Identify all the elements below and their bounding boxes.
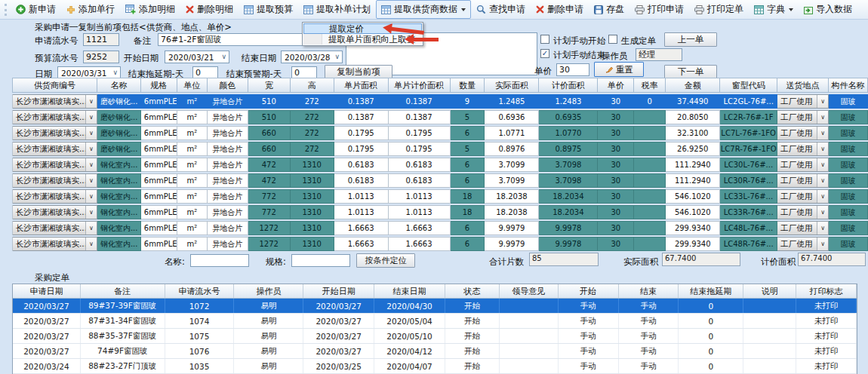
cell-delivery-dropdown[interactable]: 工厂使用∨ bbox=[777, 189, 829, 204]
cell-delivery-dropdown[interactable]: 工厂使用∨ bbox=[777, 173, 829, 188]
toolbar-button-find-request[interactable]: 查找申请 bbox=[471, 0, 531, 19]
order-column-header-end-date[interactable]: 结束日期 bbox=[374, 284, 445, 298]
filter-spec-input[interactable] bbox=[291, 254, 350, 267]
chevron-down-icon[interactable]: ∨ bbox=[817, 127, 828, 139]
cell-delivery-dropdown[interactable]: 工厂使用∨ bbox=[777, 126, 829, 140]
cell-supplier-dropdown[interactable]: 长沙市潇湘玻璃实...∨ bbox=[13, 205, 97, 219]
chevron-down-icon[interactable]: ∨ bbox=[85, 238, 97, 250]
chevron-down-icon[interactable]: ∨ bbox=[817, 111, 828, 124]
request-no-field[interactable] bbox=[83, 33, 119, 46]
detail-table-row[interactable]: 长沙市潇湘玻璃实...∨钢化室内...6mmPLE...m²异地合片772131… bbox=[12, 189, 868, 204]
chevron-down-icon[interactable]: ∨ bbox=[85, 190, 97, 203]
unit-price-field[interactable] bbox=[556, 63, 589, 76]
order-table-row[interactable]: 2020/03/2488#23-27F门顶玻1035易明2020/03/2520… bbox=[13, 359, 857, 374]
column-header-color[interactable]: 颜色 bbox=[208, 78, 248, 93]
order-column-header-status[interactable]: 状态 bbox=[445, 284, 500, 298]
order-column-header-note[interactable]: 说明 bbox=[743, 284, 796, 298]
cell-supplier-dropdown[interactable]: 长沙市潇湘玻璃实...∨ bbox=[13, 237, 97, 251]
column-header-actual-area[interactable]: 实际面积 bbox=[485, 78, 539, 93]
cell-supplier-dropdown[interactable]: 长沙市潇湘玻璃实...∨ bbox=[13, 126, 97, 140]
order-column-header-request-no[interactable]: 申请流水号 bbox=[165, 284, 235, 298]
detail-table-row[interactable]: 长沙市潇湘玻璃实...∨磨砂钢化...6mmPLE...m²异地合片660272… bbox=[12, 126, 868, 140]
toolbar-button-extract-supplier-data[interactable]: 提取供货商数据 bbox=[376, 0, 471, 19]
chevron-down-icon[interactable]: ∨ bbox=[85, 143, 97, 155]
order-column-header-operator[interactable]: 操作员 bbox=[234, 284, 303, 298]
detail-table-row[interactable]: 长沙市潇湘玻璃实...∨磨砂钢化...6mmPLE...m²异地合片510272… bbox=[12, 94, 868, 109]
column-header-tax-rate[interactable]: 税率 bbox=[634, 78, 666, 93]
chevron-down-icon[interactable]: ∨ bbox=[817, 222, 828, 235]
toolbar-button-delete-detail[interactable]: 删除明细 bbox=[180, 0, 239, 19]
column-header-piece-price-area[interactable]: 单片计价面积 bbox=[389, 78, 451, 93]
cell-supplier-dropdown[interactable]: 长沙市潇湘玻璃实...∨ bbox=[13, 173, 97, 188]
cell-delivery-dropdown[interactable]: 工厂使用∨ bbox=[777, 221, 829, 235]
chevron-down-icon[interactable]: ∨ bbox=[817, 143, 828, 155]
detail-table-row[interactable]: 长沙市潇湘玻璃实...∨钢化室内...6mmPLE...m²异地合片772131… bbox=[12, 205, 868, 219]
column-header-unit[interactable]: 单位 bbox=[177, 78, 208, 93]
order-table-row[interactable]: 2020/03/2787#31-34F窗固玻1074易明2020/03/2720… bbox=[13, 314, 857, 329]
locate-by-condition-button[interactable]: 按条件定位 bbox=[356, 253, 415, 268]
order-column-header-end[interactable]: 结束 bbox=[619, 284, 679, 298]
chevron-down-icon[interactable]: ∨ bbox=[85, 158, 97, 171]
column-header-price-area[interactable]: 计价面积 bbox=[539, 78, 598, 93]
column-header-name[interactable]: 名称 bbox=[97, 78, 141, 93]
chevron-down-icon[interactable]: ∨ bbox=[85, 222, 97, 235]
order-column-header-remark[interactable]: 备注 bbox=[81, 284, 165, 298]
order-table-row[interactable]: 2020/03/2789#37-39F窗固玻1072易明2020/03/2720… bbox=[13, 299, 857, 314]
column-header-supplier[interactable]: 供货商编号 bbox=[13, 78, 97, 93]
cell-supplier-dropdown[interactable]: 长沙市潇湘玻璃实...∨ bbox=[13, 142, 97, 156]
budget-no-field[interactable] bbox=[83, 51, 119, 63]
column-header-unit-price[interactable]: 单价 bbox=[598, 78, 634, 93]
order-column-header-start-date[interactable]: 开始日期 bbox=[303, 284, 374, 298]
cell-supplier-dropdown[interactable]: 长沙市潇湘玻璃实...∨ bbox=[13, 189, 97, 204]
order-table-row[interactable]: 2020/03/2788#35-37F窗固玻1075易明2020/03/2720… bbox=[13, 329, 857, 344]
chevron-down-icon[interactable]: ∨ bbox=[817, 95, 828, 108]
column-header-delivery[interactable]: 送货地点 bbox=[777, 78, 829, 93]
column-header-width[interactable]: 宽 bbox=[248, 78, 291, 93]
order-table-row[interactable]: 2020/03/2774#9F窗固玻1076易明2020/03/272020/0… bbox=[13, 344, 857, 359]
cell-delivery-dropdown[interactable]: 工厂使用∨ bbox=[777, 205, 829, 219]
chevron-down-icon[interactable]: ∨ bbox=[85, 206, 97, 219]
order-column-header-start[interactable]: 开始 bbox=[559, 284, 619, 298]
chevron-down-icon[interactable]: ∨ bbox=[817, 174, 828, 187]
end-date-combo[interactable]: 2020/03/28 ∨ bbox=[281, 51, 343, 63]
cell-delivery-dropdown[interactable]: 工厂使用∨ bbox=[777, 110, 829, 124]
toolbar-button-add-detail[interactable]: 添加明细 bbox=[120, 0, 180, 19]
toolbar-button-dictionary[interactable]: 字典 bbox=[749, 0, 799, 19]
chevron-down-icon[interactable]: ∨ bbox=[85, 174, 97, 187]
cell-delivery-dropdown[interactable]: 工厂使用∨ bbox=[777, 142, 829, 156]
detail-table-row[interactable]: 长沙市潇湘玻璃实...∨钢化室内...6mmPLE...m²异地合片472131… bbox=[12, 158, 868, 172]
toolbar-button-new-request[interactable]: 新申请 bbox=[11, 0, 61, 19]
column-header-component[interactable]: 构件名称 bbox=[829, 78, 868, 93]
plan-manual-start-checkbox[interactable]: ✓ bbox=[540, 35, 549, 44]
detail-table-row[interactable]: 长沙市潇湘玻璃实...∨钢化室内...6mmPLE...m²异地合片127213… bbox=[12, 237, 868, 251]
toolbar-button-extract-supplement-plan[interactable]: 提取补单计划 bbox=[298, 0, 376, 19]
detail-table-row[interactable]: 长沙市潇湘玻璃实...∨钢化室内...6mmPLE...m²异地合片472131… bbox=[12, 173, 868, 188]
column-header-qty[interactable]: 数量 bbox=[451, 78, 485, 93]
remark-field[interactable] bbox=[158, 33, 324, 46]
order-column-header-leader-opinion[interactable]: 领导意见 bbox=[500, 284, 559, 298]
cell-supplier-dropdown[interactable]: 长沙市潇湘玻璃实...∨ bbox=[13, 158, 97, 172]
detail-table-row[interactable]: 长沙市潇湘玻璃实...∨钢化室内...6mmPLE...m²异地合片127213… bbox=[12, 221, 868, 235]
column-header-amount[interactable]: 金额 bbox=[666, 78, 720, 93]
chevron-down-icon[interactable]: ∨ bbox=[85, 111, 97, 124]
detail-table-row[interactable]: 长沙市潇湘玻璃实...∨磨砂钢化...6mmPLE...m²异地合片510272… bbox=[12, 110, 868, 124]
toolbar-button-extract-budget[interactable]: 提取预算 bbox=[239, 0, 298, 19]
cell-supplier-dropdown[interactable]: 长沙市潇湘玻璃实...∨ bbox=[13, 94, 97, 109]
cell-supplier-dropdown[interactable]: 长沙市潇湘玻璃实...∨ bbox=[13, 221, 97, 235]
filter-name-input[interactable] bbox=[190, 254, 249, 267]
column-header-window-code[interactable]: 窗型代码 bbox=[720, 78, 777, 93]
cell-delivery-dropdown[interactable]: 工厂使用∨ bbox=[777, 94, 829, 109]
toolbar-button-import-data[interactable]: 导入数据 bbox=[799, 0, 857, 19]
toolbar-button-print-request[interactable]: 打印申请 bbox=[629, 0, 689, 19]
detail-table-row[interactable]: 长沙市潇湘玻璃实...∨磨砂钢化...6mmPLE...m²异地合片660272… bbox=[12, 142, 868, 156]
start-date-combo[interactable]: 2020/03/21 ∨ bbox=[165, 51, 229, 63]
chevron-down-icon[interactable]: ∨ bbox=[817, 238, 828, 250]
generate-order-checkbox[interactable]: ✓ bbox=[608, 35, 617, 44]
cell-delivery-dropdown[interactable]: 工厂使用∨ bbox=[777, 237, 829, 251]
order-column-header-end-delay[interactable]: 结束拖延期 bbox=[679, 284, 743, 298]
cell-supplier-dropdown[interactable]: 长沙市潇湘玻璃实...∨ bbox=[13, 110, 97, 124]
column-header-spec[interactable]: 规格 bbox=[141, 78, 177, 93]
toolbar-button-delete-request[interactable]: 删除申请 bbox=[531, 0, 589, 19]
chevron-down-icon[interactable]: ∨ bbox=[817, 158, 828, 171]
toolbar-button-print-order[interactable]: 打印定单 bbox=[689, 0, 749, 19]
